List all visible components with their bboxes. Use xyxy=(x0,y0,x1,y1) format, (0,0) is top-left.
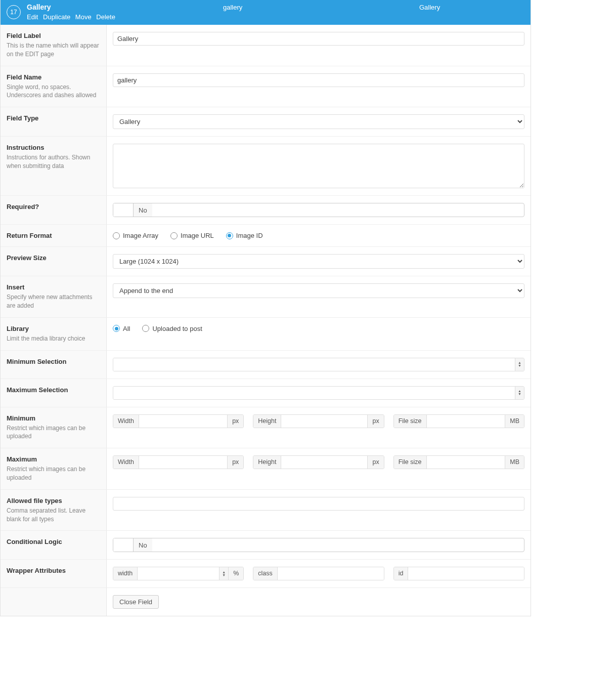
radio-icon xyxy=(170,232,178,239)
wrapper-class-input[interactable] xyxy=(278,567,384,580)
header-actions: Edit Duplicate Move Delete xyxy=(27,13,223,21)
min-filesize-group: File size MB xyxy=(393,414,524,428)
preview-size-select[interactable]: Large (1024 x 1024) xyxy=(113,254,524,269)
wrapper-width-input[interactable] xyxy=(138,567,219,580)
library-desc: Limit the media library choice xyxy=(7,334,100,343)
field-name-desc: Single word, no spaces. Underscores and … xyxy=(7,83,100,100)
stepper-icon[interactable]: ▲▼ xyxy=(515,387,524,399)
min-height-input[interactable] xyxy=(281,415,367,428)
minimum-desc: Restrict which images can be uploaded xyxy=(7,424,100,441)
field-label-label: Field Label xyxy=(7,32,100,39)
return-format-id[interactable]: Image ID xyxy=(226,232,263,239)
stepper-icon[interactable]: ▲▼ xyxy=(515,358,524,371)
return-format-array[interactable]: Image Array xyxy=(113,232,158,239)
conditional-logic-toggle[interactable]: No xyxy=(113,538,524,552)
min-width-group: Width px xyxy=(113,414,244,428)
header-field-name: gallery xyxy=(223,3,419,11)
header-field-type: Gallery xyxy=(419,3,525,11)
max-selection-label: Maximum Selection xyxy=(7,386,100,394)
field-name-input[interactable] xyxy=(113,73,524,87)
wrapper-label: Wrapper Attributes xyxy=(7,567,100,574)
minimum-label: Minimum xyxy=(7,414,100,422)
radio-icon xyxy=(113,232,120,239)
maximum-label: Maximum xyxy=(7,455,100,463)
allowed-types-desc: Comma separated list. Leave blank for al… xyxy=(7,507,100,524)
instructions-input[interactable] xyxy=(113,144,524,188)
header-field-label: Gallery xyxy=(27,3,223,11)
field-type-label: Field Type xyxy=(7,114,100,122)
field-header[interactable]: 17 Gallery Edit Duplicate Move Delete ga… xyxy=(1,0,531,25)
required-state: No xyxy=(134,203,152,217)
return-format-url[interactable]: Image URL xyxy=(170,232,214,239)
radio-icon xyxy=(113,325,120,332)
wrapper-id-group: id xyxy=(393,567,524,580)
min-width-input[interactable] xyxy=(139,415,227,428)
wrapper-class-group: class xyxy=(253,567,384,580)
wrapper-id-input[interactable] xyxy=(408,567,524,580)
instructions-label: Instructions xyxy=(7,144,100,151)
conditional-logic-label: Conditional Logic xyxy=(7,538,100,545)
field-order-badge: 17 xyxy=(7,5,21,19)
min-selection-label: Minimum Selection xyxy=(7,358,100,365)
close-field-button[interactable]: Close Field xyxy=(113,595,159,609)
conditional-logic-state: No xyxy=(134,538,152,552)
delete-link[interactable]: Delete xyxy=(96,13,115,21)
allowed-types-input[interactable] xyxy=(113,497,524,511)
field-name-label: Field Name xyxy=(7,73,100,81)
min-height-group: Height px xyxy=(253,414,384,428)
library-label: Library xyxy=(7,325,100,332)
library-uploaded[interactable]: Uploaded to post xyxy=(142,325,202,332)
field-type-select[interactable]: Gallery xyxy=(113,114,524,129)
max-selection-input[interactable] xyxy=(113,387,515,399)
insert-label: Insert xyxy=(7,283,100,291)
library-all[interactable]: All xyxy=(113,325,130,332)
max-width-group: Width px xyxy=(113,455,244,469)
max-width-input[interactable] xyxy=(139,456,227,469)
maximum-desc: Restrict which images can be uploaded xyxy=(7,465,100,482)
required-label: Required? xyxy=(7,203,100,211)
min-filesize-input[interactable] xyxy=(427,415,505,428)
max-height-group: Height px xyxy=(253,455,384,469)
insert-select[interactable]: Append to the end xyxy=(113,283,524,298)
radio-icon xyxy=(142,325,149,332)
radio-icon xyxy=(226,232,233,239)
max-height-input[interactable] xyxy=(281,456,367,469)
allowed-types-label: Allowed file types xyxy=(7,497,100,504)
wrapper-width-group: width ▲▼ % xyxy=(113,567,244,580)
insert-desc: Specify where new attachments are added xyxy=(7,293,100,310)
max-filesize-input[interactable] xyxy=(427,456,505,469)
required-toggle[interactable]: No xyxy=(113,203,524,217)
instructions-desc: Instructions for authors. Shown when sub… xyxy=(7,153,100,171)
return-format-label: Return Format xyxy=(7,232,100,239)
field-label-desc: This is the name which will appear on th… xyxy=(7,41,100,59)
stepper-icon[interactable]: ▲▼ xyxy=(219,567,228,580)
move-link[interactable]: Move xyxy=(75,13,92,21)
field-label-input[interactable] xyxy=(113,32,524,46)
edit-link[interactable]: Edit xyxy=(27,13,38,21)
preview-size-label: Preview Size xyxy=(7,254,100,262)
min-selection-input[interactable] xyxy=(113,358,515,371)
duplicate-link[interactable]: Duplicate xyxy=(43,13,70,21)
max-filesize-group: File size MB xyxy=(393,455,524,469)
